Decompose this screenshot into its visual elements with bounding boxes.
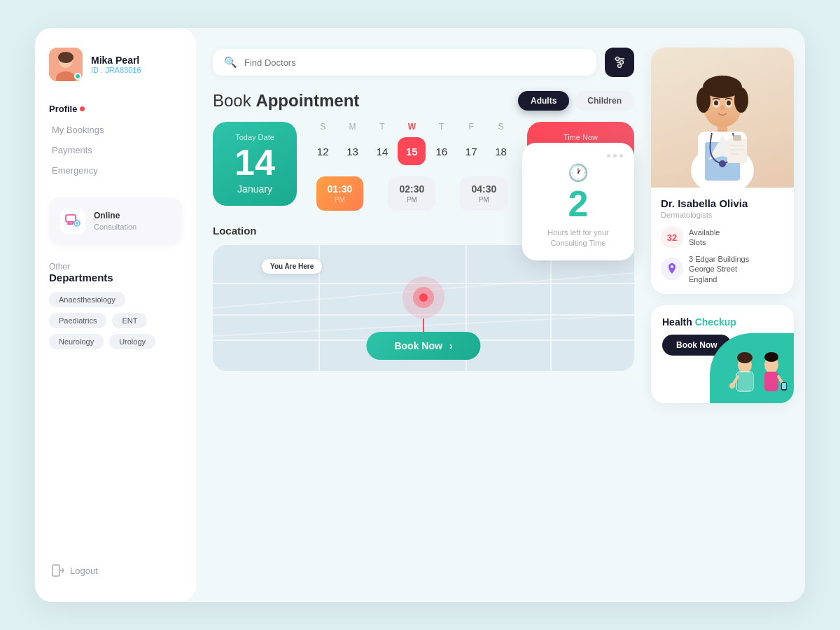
day-f: F bbox=[457, 122, 485, 132]
user-profile: Mika Pearl ID : JRA83016 bbox=[49, 48, 182, 81]
doctor-specialty: Dermatologists bbox=[661, 211, 784, 219]
slot-0230[interactable]: 02:30 PM bbox=[388, 176, 435, 211]
slot-0430[interactable]: 04:30 PM bbox=[460, 176, 507, 211]
week-days: S M T W T F S bbox=[308, 122, 516, 132]
svg-point-16 bbox=[620, 61, 624, 64]
user-info: Mika Pearl ID : JRA83016 bbox=[91, 55, 141, 74]
checkup-title: Health Checkup bbox=[662, 316, 783, 328]
date-17[interactable]: 17 bbox=[457, 137, 485, 165]
doctor-meta: 32 AvailableSlots 3 Edgar BuildingsGeorg… bbox=[661, 226, 784, 284]
consultation-icon bbox=[60, 209, 85, 234]
svg-point-35 bbox=[719, 160, 726, 167]
calendar-row: Today Date 14 January S M T W T F bbox=[213, 122, 634, 211]
user-name: Mika Pearl bbox=[91, 55, 141, 66]
dept-anaesthesiology[interactable]: Anaesthesiology bbox=[49, 292, 125, 307]
day-t1: T bbox=[368, 122, 396, 132]
date-15[interactable]: 15 bbox=[398, 137, 426, 165]
popup-dots bbox=[533, 154, 623, 158]
avatar-wrap bbox=[49, 48, 83, 81]
patient-type-toggle: Adults Children bbox=[518, 91, 634, 111]
date-14[interactable]: 14 bbox=[368, 137, 396, 165]
dept-neurology[interactable]: Neurology bbox=[49, 334, 104, 349]
svg-point-32 bbox=[714, 101, 718, 106]
departments-tags: Anaesthesiology Paediatrics ENT Neurolog… bbox=[49, 292, 182, 349]
today-date: 14 bbox=[227, 144, 283, 181]
svg-point-33 bbox=[727, 101, 731, 106]
search-bar: 🔍 bbox=[213, 48, 634, 77]
nav-item-payments[interactable]: Payments bbox=[49, 140, 182, 160]
adults-toggle[interactable]: Adults bbox=[518, 91, 569, 111]
map-pin bbox=[402, 276, 444, 340]
svg-rect-37 bbox=[733, 135, 741, 141]
date-13[interactable]: 13 bbox=[339, 137, 367, 165]
day-t2: T bbox=[428, 122, 456, 132]
svg-rect-48 bbox=[764, 372, 778, 391]
svg-rect-42 bbox=[738, 372, 752, 391]
dept-urology[interactable]: Urology bbox=[109, 334, 155, 349]
book-now-button[interactable]: Book Now › bbox=[366, 332, 480, 360]
dept-paediatrics[interactable]: Paediatrics bbox=[49, 313, 106, 328]
svg-point-46 bbox=[729, 383, 735, 388]
date-12[interactable]: 12 bbox=[309, 137, 337, 165]
profile-nav-label: Profile bbox=[49, 104, 182, 114]
doctor-image bbox=[651, 48, 794, 188]
day-s1: S bbox=[309, 122, 337, 132]
booking-section: Book Appointment Adults Children Today D… bbox=[213, 91, 634, 211]
slots-badge: 32 bbox=[661, 226, 683, 248]
date-18[interactable]: 18 bbox=[487, 137, 515, 165]
slots-row: 32 AvailableSlots bbox=[661, 226, 784, 248]
nav-section: Profile My Bookings Payments Emergency bbox=[49, 104, 182, 181]
day-w: W bbox=[398, 122, 426, 132]
date-16[interactable]: 16 bbox=[428, 137, 456, 165]
nav-item-bookings[interactable]: My Bookings bbox=[49, 120, 182, 140]
slots-label: AvailableSlots bbox=[689, 227, 720, 248]
notification-dot bbox=[80, 106, 85, 111]
consultation-card[interactable]: Online Consultation bbox=[49, 197, 182, 245]
week-grid: S M T W T F S 12 13 14 15 bbox=[308, 122, 516, 165]
user-id: ID : JRA83016 bbox=[91, 66, 141, 74]
svg-point-15 bbox=[616, 57, 620, 61]
svg-point-28 bbox=[696, 88, 710, 113]
consulting-popup: 🕐 2 Hours left for your Consulting Time bbox=[522, 143, 634, 260]
sidebar: Mika Pearl ID : JRA83016 Profile My Book… bbox=[35, 28, 196, 602]
filter-button[interactable] bbox=[605, 48, 634, 77]
right-panel: Dr. Isabella Olivia Dermatologists 32 Av… bbox=[651, 28, 805, 602]
svg-point-34 bbox=[720, 105, 724, 111]
logout-button[interactable]: Logout bbox=[49, 543, 182, 582]
location-badge bbox=[661, 258, 683, 280]
search-icon: 🔍 bbox=[224, 56, 237, 69]
search-input[interactable] bbox=[244, 57, 585, 68]
booking-title: Book Appointment bbox=[213, 91, 359, 111]
popup-desc: Hours left for your Consulting Time bbox=[533, 227, 623, 249]
app-container: Mika Pearl ID : JRA83016 Profile My Book… bbox=[35, 28, 805, 602]
online-indicator bbox=[74, 73, 81, 80]
dept-ent[interactable]: ENT bbox=[112, 313, 147, 328]
today-month: January bbox=[227, 183, 283, 195]
children-toggle[interactable]: Children bbox=[575, 91, 634, 111]
svg-rect-53 bbox=[782, 383, 786, 389]
today-label: Today Date bbox=[227, 133, 283, 141]
svg-point-44 bbox=[737, 352, 752, 363]
doctor-card: Dr. Isabella Olivia Dermatologists 32 Av… bbox=[651, 48, 794, 294]
doctor-info: Dr. Isabella Olivia Dermatologists 32 Av… bbox=[651, 188, 794, 294]
health-checkup-card: Health Checkup Book Now bbox=[651, 305, 794, 403]
checkup-illustration bbox=[724, 347, 794, 403]
svg-point-3 bbox=[58, 52, 74, 63]
svg-point-29 bbox=[734, 88, 748, 113]
week-dates: 12 13 14 15 16 17 18 bbox=[308, 137, 516, 165]
doctor-name: Dr. Isabella Olivia bbox=[661, 197, 784, 209]
consultation-text: Online Consultation bbox=[94, 210, 136, 232]
address-text: 3 Edgar BuildingsGeorge StreetEngland bbox=[689, 254, 749, 284]
svg-rect-36 bbox=[727, 139, 747, 163]
popup-clock-icon: 🕐 bbox=[533, 163, 623, 183]
main-content: 🔍 Book Appointment bbox=[196, 28, 651, 602]
nav-item-emergency[interactable]: Emergency bbox=[49, 160, 182, 181]
chevron-right-icon: › bbox=[449, 340, 453, 351]
address-row: 3 Edgar BuildingsGeorge StreetEngland bbox=[661, 254, 784, 284]
you-are-here-badge: You Are Here bbox=[262, 259, 322, 274]
booking-header: Book Appointment Adults Children bbox=[213, 91, 634, 111]
time-now-label: Time Now bbox=[541, 133, 620, 141]
slot-0130[interactable]: 01:30 PM bbox=[316, 176, 364, 211]
search-input-wrap: 🔍 bbox=[213, 49, 596, 76]
today-card: Today Date 14 January bbox=[213, 122, 297, 206]
